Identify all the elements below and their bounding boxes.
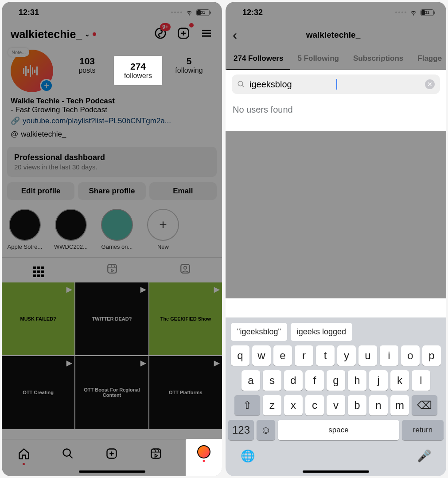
key-o[interactable]: o — [401, 345, 420, 366]
key-x[interactable]: x — [284, 395, 303, 415]
key-h[interactable]: h — [348, 370, 366, 391]
key-w[interactable]: w — [252, 345, 271, 366]
post-item[interactable]: ▶OTT Boost For Regional Content — [75, 356, 148, 429]
numeric-key[interactable]: 123 — [228, 420, 254, 440]
svg-rect-3 — [25, 66, 27, 76]
tab-tagged[interactable] — [148, 258, 222, 282]
signal-dots — [395, 12, 406, 13]
post-item[interactable]: ▶OTT Creating — [2, 356, 74, 429]
bio-link[interactable]: 🔗 youtube.com/playlist?list=PL50bCNTgm2a… — [11, 114, 213, 125]
key-b[interactable]: b — [348, 395, 366, 415]
key-i[interactable]: i — [380, 345, 398, 366]
highlight-item[interactable]: WWDC202... — [51, 209, 90, 250]
menu-icon[interactable] — [200, 27, 213, 42]
emoji-key[interactable]: ☺ — [257, 420, 275, 440]
tab-subscriptions[interactable]: Subscriptions — [346, 49, 410, 70]
post-item[interactable]: ▶OTT Platforms — [149, 356, 222, 429]
key-c[interactable]: c — [305, 395, 324, 415]
edit-profile-button[interactable]: Edit profile — [7, 182, 74, 200]
threads-icon[interactable]: 9+ — [154, 27, 167, 42]
add-story-icon[interactable]: + — [40, 79, 53, 92]
key-m[interactable]: m — [390, 395, 409, 415]
reel-icon: ▶ — [66, 359, 72, 367]
username-text: walkietechie_ — [11, 28, 82, 41]
tab-followers[interactable]: 274 Followers — [226, 49, 290, 70]
key-f[interactable]: f — [305, 370, 324, 391]
post-item[interactable]: ▶MUSK FAILED? — [2, 282, 74, 355]
key-s[interactable]: s — [263, 370, 281, 391]
shift-key[interactable]: ⇧ — [234, 395, 260, 415]
mic-icon[interactable]: 🎤 — [417, 449, 431, 463]
svg-rect-8 — [36, 67, 38, 75]
posts-count: 103 — [63, 56, 111, 67]
threads-handle[interactable]: @ walkietechie_ — [2, 127, 222, 144]
bio-desc: - Fast Growing Tech Podcast — [11, 106, 213, 114]
tab-flagged[interactable]: Flagge — [410, 49, 446, 70]
tab-reels[interactable] — [75, 258, 149, 282]
username-switcher[interactable]: walkietechie_ ⌄ — [11, 28, 96, 41]
post-item[interactable]: ▶TWITTER DEAD? — [75, 282, 148, 355]
highlight-new[interactable]: +New — [144, 209, 183, 250]
key-v[interactable]: v — [327, 395, 345, 415]
wifi-icon — [185, 9, 194, 16]
status-time: 12:32 — [242, 8, 263, 17]
key-y[interactable]: y — [337, 345, 356, 366]
post-item[interactable]: ▶The GEEKIFIED Show — [149, 282, 222, 355]
highlight-item[interactable]: Games on... — [97, 209, 136, 250]
tab-following[interactable]: 5 Following — [290, 49, 346, 70]
share-profile-button[interactable]: Share profile — [78, 182, 145, 200]
create-icon[interactable] — [177, 27, 190, 42]
svg-rect-5 — [30, 65, 31, 77]
suggestion[interactable]: igeeks logged — [291, 323, 352, 341]
backspace-key[interactable]: ⌫ — [412, 395, 437, 415]
search-icon — [237, 80, 245, 88]
status-time: 12:31 — [19, 8, 39, 17]
back-button[interactable]: ‹ — [233, 27, 241, 43]
key-k[interactable]: k — [390, 370, 409, 391]
nav-profile-highlight[interactable] — [186, 439, 222, 476]
post-grid: ▶MUSK FAILED? ▶TWITTER DEAD? ▶The GEEKIF… — [2, 282, 222, 429]
profile-avatar[interactable]: Note... + — [11, 50, 53, 92]
nav-reels[interactable] — [148, 446, 164, 462]
reel-icon: ▶ — [214, 285, 219, 294]
nav-search[interactable] — [60, 446, 76, 462]
key-u[interactable]: u — [358, 345, 377, 366]
profile-actions: Edit profile Share profile Email — [2, 182, 222, 206]
key-d[interactable]: d — [284, 370, 303, 391]
suggestion[interactable]: "igeeksblog" — [231, 323, 287, 341]
followers-screen: 12:32 31 ‹ walkietechie_ 274 Followers 5… — [226, 2, 446, 476]
globe-icon[interactable]: 🌐 — [241, 449, 255, 463]
key-g[interactable]: g — [327, 370, 345, 391]
notification-dot — [93, 32, 96, 36]
key-l[interactable]: l — [412, 370, 430, 391]
tab-grid[interactable] — [2, 258, 75, 282]
followers-label: followers — [117, 72, 159, 80]
nav-home[interactable] — [16, 446, 32, 462]
followers-stat[interactable]: 274 followers — [114, 50, 162, 85]
key-q[interactable]: q — [231, 345, 249, 366]
link-icon: 🔗 — [11, 116, 20, 125]
svg-rect-2 — [23, 68, 24, 74]
professional-dashboard[interactable]: Professional dashboard 20 views in the l… — [7, 147, 217, 177]
key-a[interactable]: a — [242, 370, 260, 391]
key-e[interactable]: e — [273, 345, 292, 366]
return-key[interactable]: return — [402, 420, 444, 440]
key-row-4: 123 ☺ space return — [228, 420, 444, 440]
key-t[interactable]: t — [316, 345, 335, 366]
highlight-item[interactable]: Apple Sotre... — [5, 209, 44, 250]
status-bar: 12:31 31 — [2, 2, 222, 23]
search-input[interactable]: igeeksblog ✕ — [232, 74, 440, 94]
following-stat[interactable]: 5 following — [165, 50, 213, 74]
email-button[interactable]: Email — [149, 182, 217, 200]
nav-create[interactable] — [104, 446, 120, 462]
key-n[interactable]: n — [369, 395, 388, 415]
note-bubble[interactable]: Note... — [8, 48, 29, 57]
story-highlights: Apple Sotre... WWDC202... Games on... +N… — [2, 206, 222, 252]
posts-stat[interactable]: 103 posts — [63, 50, 111, 74]
key-p[interactable]: p — [422, 345, 441, 366]
key-r[interactable]: r — [295, 345, 313, 366]
key-z[interactable]: z — [263, 395, 281, 415]
space-key[interactable]: space — [278, 420, 399, 440]
key-j[interactable]: j — [369, 370, 388, 391]
clear-icon[interactable]: ✕ — [425, 79, 435, 89]
